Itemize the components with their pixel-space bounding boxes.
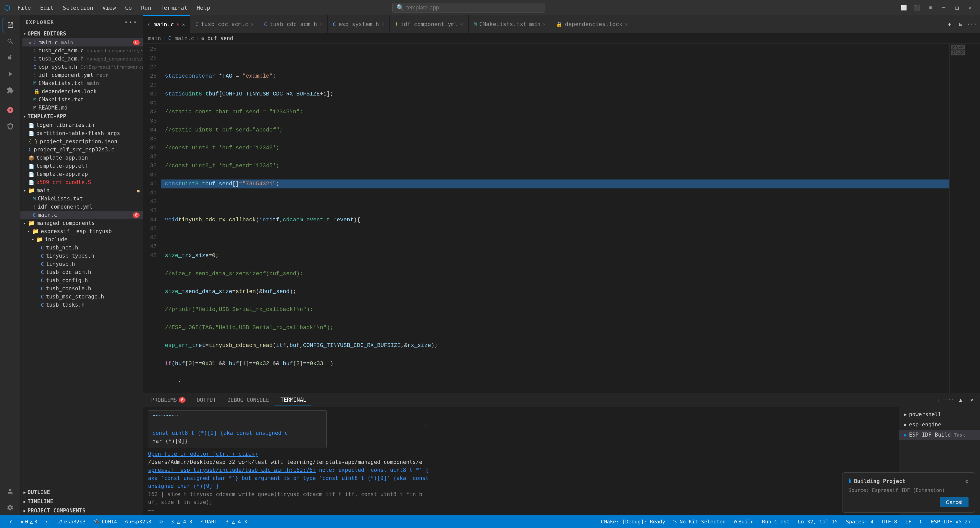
activity-search[interactable] — [3, 34, 18, 49]
file-partition[interactable]: 📄 partition-table-flash_args — [21, 129, 143, 137]
tab-cmakelists[interactable]: M CMakeLists.txt main ✕ — [469, 15, 551, 33]
open-file-cmakelists[interactable]: ✕ M CMakeLists.txt — [22, 96, 143, 104]
file-idf-component-yml[interactable]: ! idf_component.yml — [21, 203, 143, 211]
file-project-elf[interactable]: C project_elf_src_esp32s3.c — [21, 145, 143, 154]
activity-run-debug[interactable] — [3, 66, 18, 82]
file-main-c-sidebar[interactable]: C main.c 6 — [21, 211, 143, 219]
statusbar-cursor[interactable]: Ln 32, Col 15 — [794, 515, 842, 528]
activity-explorer[interactable] — [3, 18, 18, 33]
terminal-area[interactable]: ^^^^^^^^ | const uint8_t (*)[9] {aka con… — [143, 407, 898, 515]
close-button[interactable]: ✕ — [965, 2, 976, 13]
statusbar-debug-info[interactable]: 3 △ 4 3 — [221, 515, 251, 528]
menu-selection[interactable]: Selection — [59, 3, 97, 12]
code-editor[interactable]: 25 26 27 28 29 30 31 32 33 34 35 36 37 3… — [143, 44, 980, 393]
terminal-item-powershell[interactable]: ▶ powershell — [899, 409, 980, 420]
activity-esp-idf[interactable] — [3, 102, 18, 118]
menu-terminal[interactable]: Terminal — [156, 3, 191, 12]
file-tinyusb-types-h[interactable]: C tinyusb_types.h — [21, 252, 143, 260]
split-editor-button[interactable]: ⊟ — [956, 19, 966, 29]
menu-edit[interactable]: Edit — [36, 3, 58, 12]
statusbar-branch[interactable]: ⎇ esp32s3 — [52, 515, 89, 528]
folder-managed-components[interactable]: ▾ 📁 managed_components — [21, 219, 143, 227]
activity-accounts[interactable] — [3, 483, 18, 499]
panel-maximize-button[interactable]: ▲ — [956, 395, 966, 405]
file-project-desc[interactable]: { } project_description.json — [21, 137, 143, 145]
panel-tab-debug-console[interactable]: DEBUG CONSOLE — [222, 395, 274, 405]
cancel-button[interactable]: Cancel — [940, 497, 969, 507]
statusbar-kit[interactable]: % No Kit Selected — [670, 515, 730, 528]
statusbar-sync[interactable]: ↻ — [41, 515, 52, 528]
build-settings-icon[interactable]: ⚙ — [965, 478, 969, 484]
menu-view[interactable]: View — [98, 3, 120, 12]
tab-dependencies-lock[interactable]: 🔒 dependencies.lock ✕ — [551, 15, 633, 33]
open-file-dependencies-lock[interactable]: ✕ 🔒 dependencies.lock — [22, 87, 143, 96]
tab-close-icon[interactable]: ✕ — [182, 22, 185, 27]
file-tusb-tasks-h[interactable]: C tusb_tasks.h — [21, 301, 143, 309]
statusbar-problems-detail[interactable]: 3 △ 4 3 — [167, 515, 196, 528]
menu-run[interactable]: Run — [137, 3, 156, 12]
activity-settings[interactable] — [3, 500, 18, 515]
panel-tab-terminal[interactable]: TERMINAL — [275, 395, 311, 405]
folder-main[interactable]: ▾ 📁 main ● — [21, 187, 143, 195]
section-project-components[interactable]: ▶ PROJECT COMPONENTS — [21, 506, 143, 515]
tab-close-icon[interactable]: ✕ — [543, 21, 546, 27]
tab-idf-component-yml[interactable]: ! idf_component.yml ✕ — [390, 15, 469, 33]
file-template-bin[interactable]: 📦 template-app.bin — [21, 154, 143, 162]
statusbar-line-ending[interactable]: LF — [901, 515, 915, 528]
section-open-editors[interactable]: ▾ OPEN EDITORS — [21, 29, 143, 38]
statusbar-cmake[interactable]: CMake: [Debug]: Ready — [597, 515, 670, 528]
menu-file[interactable]: File — [13, 3, 35, 12]
breadcrumb-main[interactable]: main — [148, 35, 161, 41]
file-tusb-net-h[interactable]: C tusb_net.h — [21, 244, 143, 252]
sidebar-more-icon[interactable]: ··· — [124, 18, 138, 26]
file-x509[interactable]: 📄 x509_crt_bundle.S — [21, 178, 143, 187]
menu-go[interactable]: Go — [121, 3, 136, 12]
tusb-cdc-path-link[interactable]: spressif__esp_tinyusb/include/tusb_cdc_a… — [148, 467, 316, 473]
statusbar-encoding[interactable]: UTF-8 — [878, 515, 901, 528]
close-icon[interactable]: ✕ — [29, 40, 32, 45]
layout-grid-icon[interactable]: ⊞ — [925, 2, 936, 13]
file-template-map[interactable]: 📄 template-app.map — [21, 170, 143, 178]
file-tinyusb-h[interactable]: C tinyusb.h — [21, 260, 143, 268]
activity-extensions[interactable] — [3, 83, 18, 98]
panel-tab-output[interactable]: OUTPUT — [192, 395, 221, 405]
open-file-tusb-cdc-acm-c[interactable]: ✕ C tusb_cdc_acm.c managed_components\es… — [22, 46, 143, 55]
open-file-cmakelists-main[interactable]: ✕ M CMakeLists.txt main — [22, 79, 143, 87]
statusbar-build[interactable]: ⚙ Build — [730, 515, 758, 528]
tab-close-icon[interactable]: ✕ — [382, 21, 384, 27]
panel-more-button[interactable]: ··· — [944, 395, 955, 405]
file-tusb-msc-h[interactable]: C tusb_msc_storage.h — [21, 293, 143, 301]
tab-close-icon[interactable]: ✕ — [251, 21, 254, 27]
activity-source-control[interactable] — [3, 50, 18, 65]
search-bar[interactable]: 🔍 — [392, 3, 546, 13]
file-tusb-console-h[interactable]: C tusb_console.h — [21, 284, 143, 293]
open-file-readme[interactable]: ✕ M README.md — [22, 104, 143, 112]
statusbar-esp-idf[interactable]: ESP-IDF v5.2+ — [927, 515, 975, 528]
new-terminal-button[interactable]: + — [944, 19, 955, 29]
file-cmakelists-main[interactable]: M CMakeLists.txt — [21, 195, 143, 203]
open-file-esp-system-h[interactable]: ✕ C esp_system.h C:\Espressif\frameworks… — [22, 63, 143, 71]
tab-esp-system-h[interactable]: C esp_system.h ✕ — [328, 15, 390, 33]
tab-main-c[interactable]: C main.c 6 ✕ — [143, 15, 190, 33]
tab-close-icon[interactable]: ✕ — [460, 21, 463, 27]
folder-include[interactable]: ▾ 📁 include — [21, 235, 143, 244]
statusbar-build-config[interactable]: ⚙ — [156, 515, 167, 528]
open-in-editor-link[interactable]: Open file in editor (ctrl + click) — [148, 451, 258, 457]
statusbar-uart[interactable]: ⚡ UART — [196, 515, 221, 528]
folder-espressif[interactable]: ▾ 📁 espressif__esp_tinyusb — [21, 227, 143, 235]
file-tusb-config-h[interactable]: C tusb_config.h — [21, 276, 143, 284]
code-content[interactable]: static const char *TAG = "example"; stat… — [161, 44, 950, 393]
panel-tab-problems[interactable]: PROBLEMS 6 — [146, 395, 191, 405]
statusbar-run-ctest[interactable]: Run CTest — [758, 515, 794, 528]
statusbar-spaces[interactable]: Spaces: 4 — [842, 515, 878, 528]
layout-panel-icon[interactable]: ⬛ — [912, 2, 923, 13]
file-ldgen[interactable]: 📄 ldgen_libraries.in — [21, 121, 143, 129]
breadcrumb-buf-send[interactable]: ⚙ buf_send — [201, 35, 233, 41]
menu-help[interactable]: Help — [192, 3, 214, 12]
open-file-idf-component-yml[interactable]: ✕ ! idf_component.yml main — [22, 71, 143, 79]
more-tabs-button[interactable]: ··· — [967, 19, 977, 29]
statusbar-port[interactable]: 🔌 COM14 — [90, 515, 121, 528]
maximize-button[interactable]: □ — [951, 2, 963, 13]
tab-close-icon[interactable]: ✕ — [625, 21, 628, 27]
terminal-item-esp-idf-build[interactable]: ▶ ESP-IDF Build Task — [899, 430, 980, 440]
